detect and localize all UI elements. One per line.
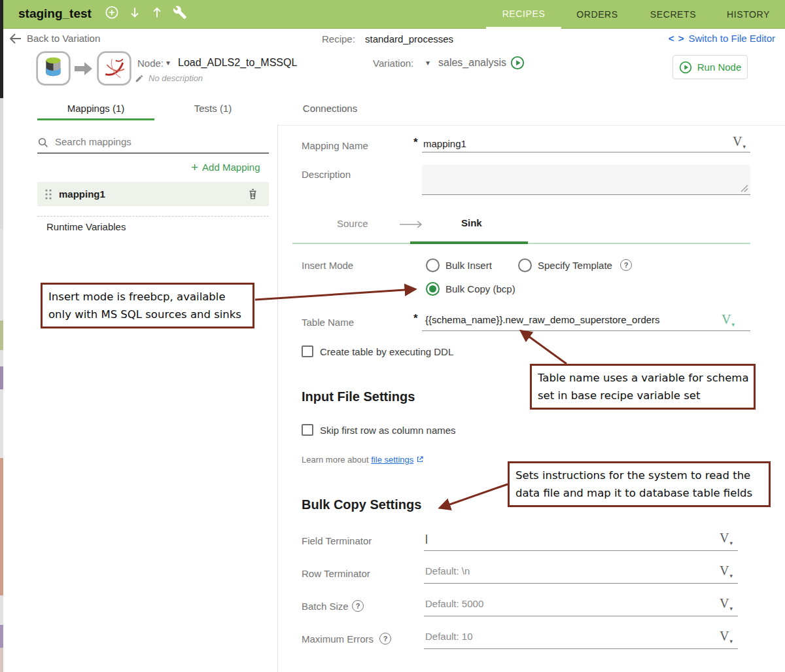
row-terminator-input[interactable] [425, 565, 700, 576]
recipe-title: staging_test [18, 7, 92, 21]
description-textarea[interactable] [422, 165, 750, 195]
description-label: Description [302, 169, 351, 180]
external-link-icon [416, 455, 424, 463]
run-node-button[interactable]: Run Node [672, 55, 748, 79]
search-input[interactable] [55, 136, 264, 147]
add-mapping-label: Add Mapping [202, 162, 260, 173]
breadcrumb-row: Back to Variation Recipe: standard_proce… [3, 29, 785, 50]
table-name-underline [422, 330, 750, 331]
file-settings-link[interactable]: file settings [371, 455, 413, 465]
back-label: Back to Variation [27, 33, 100, 44]
variation-dropdown-caret[interactable]: ▾ [426, 58, 430, 67]
variable-selector-icon-active[interactable]: V▾ [722, 313, 734, 328]
tab-connections[interactable]: Connections [271, 95, 389, 121]
edge-segment [0, 648, 3, 672]
back-to-variation-link[interactable]: Back to Variation [9, 33, 100, 44]
tab-label: Connections [303, 103, 357, 114]
list-divider [37, 216, 269, 217]
variation-label: Variation: [373, 58, 413, 69]
node-dropdown-caret[interactable]: ▾ [166, 58, 170, 67]
nav-tab-history[interactable]: HISTORY [715, 0, 782, 29]
sink-active-underline [410, 241, 528, 244]
variable-selector-icon[interactable]: V▾ [720, 597, 732, 612]
active-tab-underline [37, 118, 154, 120]
arrow-to-bulk-copy-radio [255, 289, 415, 300]
field-terminator-underline [424, 550, 738, 551]
radio-specify-template-label[interactable]: Specify Template [538, 260, 612, 271]
batch-size-underline [424, 616, 738, 616]
switch-to-file-editor-link[interactable]: < >Switch to File Editor [669, 33, 775, 44]
variation-name[interactable]: sales_analysis [438, 57, 506, 69]
pencil-icon [135, 74, 144, 83]
left-edge-strip [0, 0, 3, 672]
add-circle-icon[interactable] [105, 5, 119, 20]
tab-label: Tests (1) [194, 103, 232, 114]
arrow-to-bulk-copy-settings [440, 484, 508, 508]
search-icon [37, 137, 49, 149]
runtime-variables-link[interactable]: Runtime Variables [46, 221, 126, 232]
maximum-errors-underline [424, 648, 738, 649]
nav-tab-label: ORDERS [576, 9, 618, 20]
variable-selector-icon[interactable]: V▾ [733, 135, 745, 150]
radio-bulk-insert-label[interactable]: Bulk Insert [445, 260, 492, 271]
edge-segment [0, 321, 3, 350]
skip-first-row-checkbox[interactable] [302, 424, 313, 436]
node-icons [36, 51, 131, 86]
radio-bulk-copy-label[interactable]: Bulk Copy (bcp) [445, 283, 515, 294]
create-table-ddl-label[interactable]: Create table by executing DDL [320, 346, 453, 357]
radio-specify-template[interactable] [518, 258, 532, 272]
search-underline [37, 152, 269, 154]
switch-label: Switch to File Editor [688, 33, 775, 44]
maximum-errors-help-icon[interactable]: ? [379, 633, 391, 645]
node-name[interactable]: Load_ADLS2_to_MSSQL [178, 57, 297, 69]
add-mapping-button[interactable]: + Add Mapping [191, 162, 260, 173]
bulk-copy-settings-heading: Bulk Copy Settings [302, 497, 421, 512]
table-name-label: Table Name [302, 317, 354, 328]
wrench-icon[interactable] [173, 5, 187, 20]
drag-handle-icon[interactable] [44, 188, 52, 200]
arrow-to-table-name [521, 331, 567, 364]
arrow-down-icon[interactable] [128, 5, 141, 20]
annotation-table-name: Table name uses a variable for schema se… [530, 364, 756, 410]
tab-sink[interactable]: Sink [461, 217, 482, 228]
radio-bulk-copy[interactable] [426, 282, 440, 296]
resize-handle-icon[interactable] [741, 185, 748, 192]
mapping-list-item[interactable]: mapping1 [37, 182, 269, 206]
variable-selector-icon[interactable]: V▾ [720, 629, 732, 645]
nav-tab-recipes[interactable]: RECIPES [486, 0, 561, 29]
variable-selector-icon[interactable]: V▾ [720, 564, 732, 580]
batch-size-label: Batch Size [302, 601, 349, 612]
field-terminator-input[interactable] [425, 533, 700, 544]
recipe-label: Recipe: [322, 33, 355, 44]
insert-mode-label: Insert Mode [302, 260, 353, 271]
specify-template-help-icon[interactable]: ? [620, 259, 632, 271]
radio-bulk-insert[interactable] [426, 258, 440, 272]
nav-tab-secrets[interactable]: SECRETS [640, 0, 706, 29]
app-bar: staging_test RECIPES ORDERS SECRETS HIST… [3, 0, 785, 29]
delete-mapping-icon[interactable] [247, 188, 258, 200]
nav-tab-orders[interactable]: ORDERS [568, 0, 627, 29]
mapping-name-input[interactable] [423, 138, 711, 149]
recipe-value: standard_processes [365, 33, 453, 44]
edge-segment [0, 366, 3, 389]
maximum-errors-input[interactable] [425, 631, 700, 642]
maximum-errors-label: Maximum Errors [302, 633, 374, 645]
node-description[interactable]: No description [135, 73, 203, 83]
variable-selector-icon[interactable]: V▾ [720, 531, 732, 547]
search-mappings-field[interactable] [37, 135, 269, 153]
run-variation-icon[interactable] [510, 56, 525, 73]
batch-size-input[interactable] [425, 598, 700, 609]
tab-mappings[interactable]: Mappings (1) [37, 95, 154, 121]
nav-tab-label: HISTORY [727, 9, 770, 20]
annotation-bulk-copy: Sets instructions for the system to read… [508, 461, 771, 507]
skip-first-row-label[interactable]: Skip first row as column names [320, 425, 456, 436]
tab-source[interactable]: Source [337, 218, 368, 229]
nav-tab-label: RECIPES [502, 9, 546, 19]
create-table-ddl-checkbox[interactable] [302, 345, 313, 357]
table-name-input[interactable] [425, 314, 706, 325]
tab-label: Mappings (1) [67, 103, 125, 114]
arrow-up-icon[interactable] [150, 5, 164, 20]
tab-tests[interactable]: Tests (1) [154, 95, 271, 121]
batch-size-help-icon[interactable]: ? [352, 600, 364, 612]
annotation-line: Sets instructions for the system to read… [515, 467, 763, 484]
